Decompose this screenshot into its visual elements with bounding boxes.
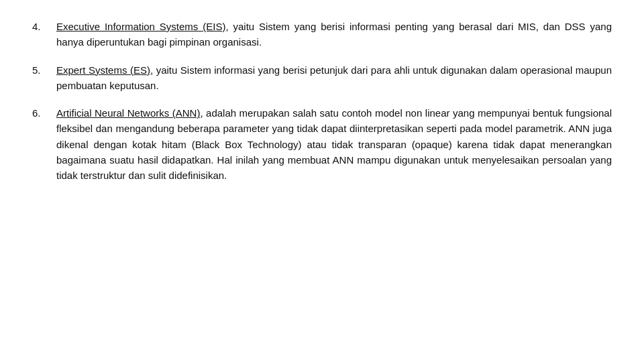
list-item-4: 4.Executive Information Systems (EIS), y… <box>32 19 612 50</box>
list-item-6: 6.Artificial Neural Networks (ANN), adal… <box>32 105 612 183</box>
list-number-6: 6. <box>32 105 56 121</box>
list-text-4: Executive Information Systems (EIS), yai… <box>56 19 612 50</box>
list-text-6: Artificial Neural Networks (ANN), adalah… <box>56 105 612 183</box>
list-item-5: 5.Expert Systems (ES), yaitu Sistem info… <box>32 62 612 94</box>
list-text-5: Expert Systems (ES), yaitu Sistem inform… <box>56 62 612 94</box>
list-number-5: 5. <box>32 62 56 78</box>
main-content: 4.Executive Information Systems (EIS), y… <box>0 0 644 362</box>
list-number-4: 4. <box>32 19 56 34</box>
